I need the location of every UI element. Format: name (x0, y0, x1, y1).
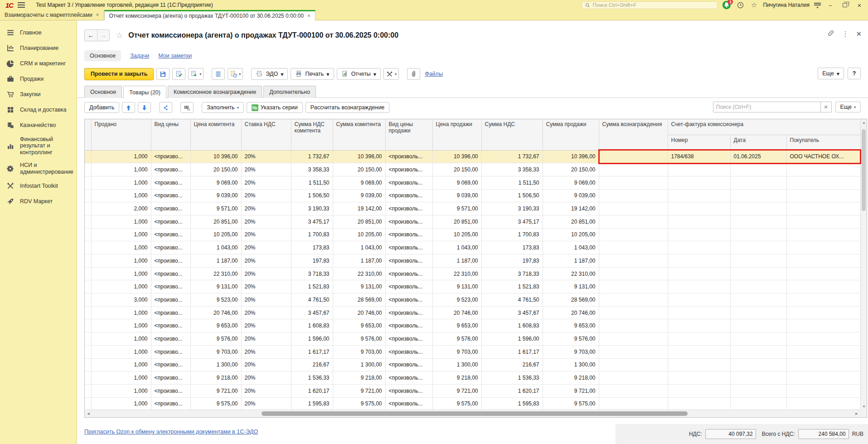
cell[interactable]: 9 576,00 (543, 332, 599, 346)
cell[interactable] (599, 215, 668, 228)
cell[interactable]: 197,83 (291, 254, 333, 268)
cell[interactable] (599, 280, 668, 293)
cell[interactable]: <произво... (151, 189, 190, 202)
cell[interactable]: 20 150,00 (432, 163, 481, 176)
cell[interactable] (730, 332, 786, 346)
cell[interactable]: <произво... (151, 371, 190, 385)
cell[interactable]: 20 150,00 (543, 163, 599, 176)
cell[interactable]: 20 746,00 (543, 306, 599, 319)
cell[interactable]: 1 521,83 (481, 280, 543, 293)
cell[interactable]: 20% (241, 189, 291, 202)
cell[interactable] (599, 358, 668, 371)
cell[interactable]: 9 131,00 (432, 280, 481, 293)
sidebar-item-7[interactable]: Финансовый результат и контроллинг (0, 133, 77, 159)
back-button[interactable]: ← (85, 30, 97, 41)
cell[interactable]: 9 571,00 (190, 202, 241, 215)
cell[interactable]: 1 300,00 (432, 358, 481, 371)
doc-nav-tab-1[interactable]: Задачи (130, 53, 149, 59)
cell[interactable] (599, 267, 668, 280)
favorites-star-icon[interactable]: ☆ (749, 0, 758, 10)
cell[interactable]: <произволь... (385, 358, 432, 371)
cell[interactable] (668, 189, 730, 202)
cell[interactable]: <произво... (151, 293, 190, 307)
cell[interactable]: 1 521,83 (291, 280, 333, 293)
edo-button[interactable]: ЭДО▾ (251, 68, 288, 80)
page-tab-1[interactable]: Товары (20) (123, 86, 166, 98)
vertical-scrollbar[interactable]: ▲ ▼ (860, 119, 867, 410)
add-row-button[interactable]: Добавить (84, 102, 119, 113)
table-row-10[interactable]: 1,000<произво...22 310,0020%3 718,3322 3… (85, 267, 860, 280)
cell[interactable]: 1 608,83 (291, 319, 333, 332)
cell[interactable]: 1 732,67 (291, 150, 333, 163)
table-row-8[interactable]: 1,000<произво...1 043,0020%173,831 043,0… (85, 241, 860, 254)
get-link-icon[interactable] (827, 29, 834, 38)
cell[interactable]: 1,000 (91, 150, 151, 163)
column-header-2[interactable]: Цена комитента (190, 119, 241, 150)
column-header-9[interactable]: Сумма продажи (543, 119, 599, 150)
cell[interactable]: <произволь... (385, 163, 432, 176)
cell[interactable]: 1,000 (91, 228, 151, 241)
cell[interactable]: 1 617,17 (481, 345, 543, 358)
cell[interactable]: 20 746,00 (432, 306, 481, 319)
cell[interactable]: 9 703,00 (432, 345, 481, 358)
cell[interactable]: 22 310,00 (190, 267, 241, 280)
main-menu-icon[interactable] (18, 2, 25, 8)
cell[interactable]: 173,83 (481, 241, 543, 254)
column-header-7[interactable]: Цена продажи (432, 119, 481, 150)
cell[interactable]: 2,000 (91, 202, 151, 215)
cell[interactable] (668, 397, 730, 410)
cell[interactable]: 22 310,00 (432, 267, 481, 280)
cell[interactable] (786, 202, 860, 215)
cell[interactable]: 1,000 (91, 280, 151, 293)
cell[interactable]: 10 205,00 (333, 228, 385, 241)
table-row-12[interactable]: 3,000<произво...9 523,0020%4 761,5028 56… (85, 293, 860, 307)
table-row-18[interactable]: 1,000<произво...9 218,0020%1 536,339 218… (85, 371, 860, 385)
cell[interactable]: <произволь... (385, 228, 432, 241)
save-button[interactable] (156, 68, 170, 80)
cell[interactable] (668, 280, 730, 293)
cell[interactable]: <произво... (151, 345, 190, 358)
cell[interactable] (786, 332, 860, 346)
cell[interactable]: 1 511,50 (481, 176, 543, 189)
cell[interactable] (730, 163, 786, 176)
invoice-subcolumn-header-2[interactable]: Покупатель (786, 135, 860, 150)
cell[interactable] (786, 254, 860, 268)
cell[interactable]: 10 205,00 (432, 228, 481, 241)
cell[interactable]: 9 039,00 (333, 189, 385, 202)
cell[interactable]: 1 536,33 (481, 371, 543, 385)
cell[interactable]: 19 142,00 (333, 202, 385, 215)
cell[interactable]: 1 732,67 (481, 150, 543, 163)
print-button[interactable]: Печать▾ (291, 68, 334, 80)
cell[interactable]: 9 571,00 (432, 202, 481, 215)
cell[interactable] (668, 293, 730, 307)
cell[interactable] (599, 397, 668, 410)
notifications-bell-icon[interactable]: 1 (722, 0, 731, 10)
cell[interactable]: 22 310,00 (543, 267, 599, 280)
cell[interactable]: 9 069,00 (190, 176, 241, 189)
cell[interactable]: <произволь... (385, 371, 432, 385)
close-form-icon[interactable]: ✕ (856, 30, 862, 38)
cell[interactable]: <произволь... (385, 332, 432, 346)
cell[interactable]: 20% (241, 358, 291, 371)
cell[interactable] (730, 345, 786, 358)
cell[interactable] (786, 319, 860, 332)
cell[interactable]: 1,000 (91, 267, 151, 280)
cell[interactable]: <произволь... (385, 150, 432, 163)
cell[interactable]: 1 043,00 (543, 241, 599, 254)
cell[interactable]: 10 396,00 (543, 150, 599, 163)
cell[interactable]: 10 205,00 (543, 228, 599, 241)
cell[interactable]: 1 187,00 (432, 254, 481, 268)
cell[interactable]: 1,000 (91, 319, 151, 332)
cell[interactable]: 9 218,00 (333, 371, 385, 385)
cell[interactable] (668, 202, 730, 215)
cell[interactable] (599, 371, 668, 385)
minimize-button[interactable]: – (825, 1, 835, 9)
sidebar-item-5[interactable]: Склад и доставка (0, 102, 77, 117)
cell[interactable]: 3 475,17 (291, 215, 333, 228)
column-header-10[interactable]: Сумма вознаграждения (599, 119, 668, 150)
cell[interactable] (786, 306, 860, 319)
cell[interactable] (786, 384, 860, 397)
horizontal-scrollbar-thumb[interactable] (262, 411, 688, 416)
cell[interactable] (599, 228, 668, 241)
cell[interactable]: 1 595,83 (291, 397, 333, 410)
